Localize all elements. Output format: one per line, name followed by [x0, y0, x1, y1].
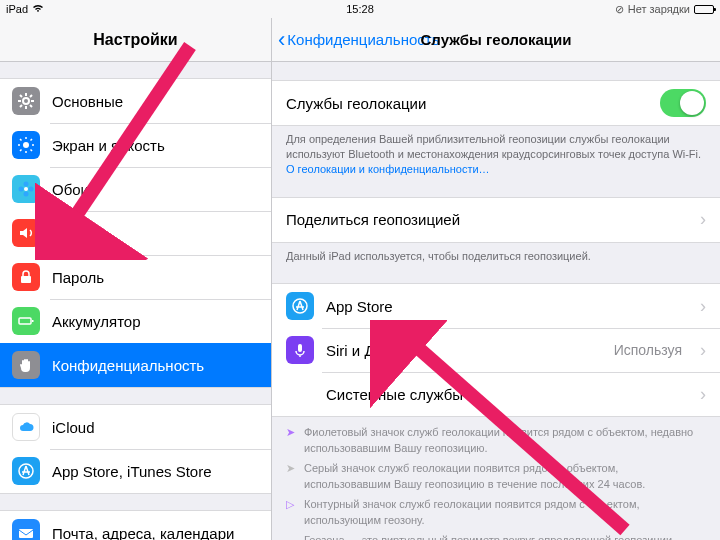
system-services-row[interactable]: Системные службы›	[272, 372, 720, 416]
sidebar-item-label: Пароль	[52, 269, 104, 286]
app-row[interactable]: App Store›	[272, 284, 720, 328]
sidebar-item-label: Экран и яркость	[52, 137, 165, 154]
share-location-row[interactable]: Поделиться геопозицией ›	[272, 198, 720, 242]
chevron-left-icon: ‹	[278, 29, 285, 51]
charge-label: Нет зарядки	[628, 3, 690, 15]
sidebar-item-sun[interactable]: Экран и яркость	[0, 123, 271, 167]
detail-header: ‹ Конфиденциальность Службы геолокации	[272, 18, 720, 62]
appstore-icon	[286, 292, 314, 320]
app-label: App Store	[326, 298, 682, 315]
speaker-icon	[12, 219, 40, 247]
not-charging-icon: ⊘	[615, 3, 624, 16]
svg-rect-11	[19, 529, 33, 538]
svg-point-5	[24, 192, 29, 197]
sidebar-title: Настройки	[0, 18, 271, 62]
sidebar-item-label: Основные	[52, 93, 123, 110]
mic-icon	[286, 336, 314, 364]
location-arrow-outline-icon: ▷	[286, 497, 296, 529]
svg-point-3	[24, 182, 29, 187]
chevron-right-icon: ›	[700, 296, 706, 317]
device-label: iPad	[6, 3, 28, 15]
battery-icon	[694, 5, 714, 14]
mail-icon	[12, 519, 40, 540]
sidebar-item-speaker[interactable]: Звуки	[0, 211, 271, 255]
lock-icon	[12, 263, 40, 291]
svg-point-6	[19, 187, 24, 192]
location-arrow-icon: ➤	[286, 425, 296, 457]
svg-rect-22	[298, 344, 302, 352]
svg-rect-9	[32, 320, 34, 322]
share-footer: Данный iPad используется, чтобы поделить…	[272, 243, 720, 266]
gear-icon	[12, 87, 40, 115]
battery-icon	[12, 307, 40, 335]
app-row[interactable]: Siri и ДиктовкаИспользуя›	[272, 328, 720, 372]
app-label: Siri и Диктовка	[326, 342, 602, 359]
sidebar-item-flower[interactable]: Обои	[0, 167, 271, 211]
location-services-toggle-row[interactable]: Службы геолокации	[272, 81, 720, 125]
detail-title: Службы геолокации	[421, 31, 572, 48]
cloud-icon	[12, 413, 40, 441]
sidebar-item-label: Конфиденциальность	[52, 357, 204, 374]
legend: ➤Фиолетовый значок служб геолокации появ…	[272, 417, 720, 540]
sidebar-item-cloud[interactable]: iCloud	[0, 405, 271, 449]
toggle-footer: Для определения Вашей приблизительной ге…	[272, 126, 720, 179]
sidebar-item-label: Звуки	[52, 225, 91, 242]
system-services-label: Системные службы	[326, 386, 682, 403]
settings-sidebar: Настройки ОсновныеЭкран и яркостьОбоиЗву…	[0, 18, 272, 540]
svg-point-2	[24, 187, 28, 191]
flower-icon	[12, 175, 40, 203]
svg-rect-7	[21, 276, 31, 283]
sun-icon	[12, 131, 40, 159]
appstore-icon	[12, 457, 40, 485]
wifi-icon	[32, 3, 44, 15]
back-label: Конфиденциальность	[287, 31, 439, 48]
sidebar-item-label: Обои	[52, 181, 89, 198]
app-status: Используя	[614, 342, 682, 358]
hand-icon	[12, 351, 40, 379]
svg-point-1	[23, 142, 29, 148]
sidebar-item-label: App Store, iTunes Store	[52, 463, 212, 480]
chevron-right-icon: ›	[700, 384, 706, 405]
sidebar-item-label: iCloud	[52, 419, 95, 436]
back-button[interactable]: ‹ Конфиденциальность	[272, 29, 439, 51]
sidebar-item-label: Почта, адреса, календари	[52, 525, 234, 541]
svg-rect-8	[19, 318, 31, 324]
chevron-right-icon: ›	[700, 209, 706, 230]
sidebar-item-label: Аккумулятор	[52, 313, 141, 330]
sidebar-item-hand[interactable]: Конфиденциальность	[0, 343, 271, 387]
sidebar-item-gear[interactable]: Основные	[0, 79, 271, 123]
detail-pane: ‹ Конфиденциальность Службы геолокации С…	[272, 18, 720, 540]
clock: 15:28	[346, 3, 374, 15]
svg-point-4	[29, 187, 34, 192]
toggle-switch[interactable]	[660, 89, 706, 117]
sidebar-item-battery[interactable]: Аккумулятор	[0, 299, 271, 343]
sidebar-item-appstore[interactable]: App Store, iTunes Store	[0, 449, 271, 493]
sidebar-item-mail[interactable]: Почта, адреса, календари	[0, 511, 271, 540]
chevron-right-icon: ›	[700, 340, 706, 361]
location-arrow-icon: ➤	[286, 461, 296, 493]
about-link[interactable]: О геолокации и конфиденциальности…	[286, 163, 490, 175]
status-bar: iPad 15:28 ⊘ Нет зарядки	[0, 0, 720, 18]
svg-point-0	[23, 98, 29, 104]
sidebar-item-lock[interactable]: Пароль	[0, 255, 271, 299]
